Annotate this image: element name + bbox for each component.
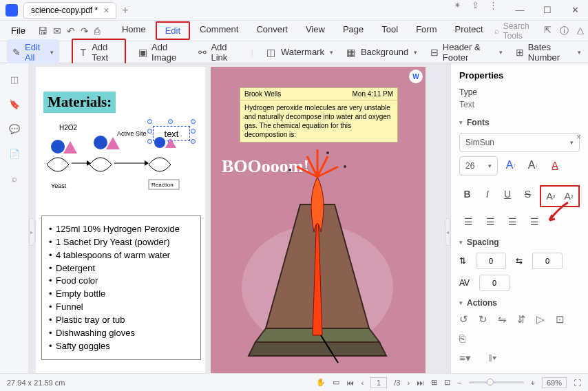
undo-icon[interactable]: ↶ [67, 25, 75, 36]
share-icon[interactable]: ⇪ [470, 0, 481, 11]
menu-edit[interactable]: Edit [156, 21, 190, 40]
align-left-icon[interactable]: ☰ [459, 213, 477, 231]
search-tools[interactable]: ⌕ Search Tools [494, 21, 532, 41]
replace-icon[interactable]: ⊡ [556, 313, 568, 326]
select-tool-icon[interactable]: ▭ [333, 378, 339, 387]
svg-text:H2O2: H2O2 [59, 124, 78, 131]
underline-icon[interactable]: U [500, 185, 516, 203]
thumbnails-icon[interactable]: ◫ [8, 73, 21, 85]
bookmarks-icon[interactable]: 🔖 [8, 98, 21, 110]
edit-all-button[interactable]: ✎ Edit All▾ [7, 39, 59, 65]
note-author: Brook Wells [244, 90, 281, 98]
save-icon[interactable]: 🖫 [38, 25, 48, 36]
document-tab[interactable]: science-copy.pdf * × [23, 2, 116, 19]
menu-view[interactable]: View [297, 21, 333, 40]
menu-home[interactable]: Home [114, 21, 154, 40]
flip-v-icon[interactable]: ⇵ [517, 313, 529, 326]
fit-page-icon[interactable]: ⊡ [444, 378, 450, 387]
add-text-button[interactable]: T Add Text [72, 39, 126, 66]
app-icon [6, 4, 18, 17]
font-family-select[interactable]: SimSun▾ [459, 133, 580, 152]
menu-convert[interactable]: Convert [248, 21, 296, 40]
spacing-section[interactable]: Spacing [459, 237, 580, 247]
left-panel-handle[interactable]: ▸ [29, 218, 34, 246]
svg-text:Reaction: Reaction [151, 182, 174, 188]
fullscreen-icon[interactable]: ⛶ [574, 379, 581, 387]
page-right: W Brook WellsMon 4:11 PM Hydrogen peroxi… [211, 67, 426, 373]
attachments-icon[interactable]: 📄 [8, 147, 21, 160]
zoom-slider[interactable] [469, 381, 524, 383]
ai-icon[interactable]: ✴ [452, 0, 463, 11]
right-panel-handle[interactable]: ◂ [445, 218, 450, 246]
comments-icon[interactable]: 💬 [8, 123, 21, 135]
increase-font-icon[interactable]: A↑ [502, 156, 520, 174]
font-color-icon[interactable]: A [546, 156, 564, 174]
word-export-icon[interactable]: W [409, 70, 423, 83]
actions-section[interactable]: Actions [459, 298, 580, 308]
menu-protect[interactable]: Protect [446, 21, 491, 40]
char-spacing-icon: AV [459, 278, 470, 288]
strikethrough-icon[interactable]: S [520, 185, 536, 203]
minimize-button[interactable]: — [507, 0, 533, 21]
first-page-icon[interactable]: ⏮ [346, 379, 354, 387]
search-panel-icon[interactable]: ⌕ [8, 172, 21, 184]
background-button[interactable]: ▦ Background▾ [346, 47, 417, 58]
crop-icon[interactable]: ▷ [536, 313, 549, 326]
line-spacing-input[interactable]: 0 [476, 253, 506, 269]
watermark-button[interactable]: ◫ Watermark▾ [266, 47, 333, 58]
menu-file[interactable]: File [4, 25, 32, 36]
arrange-icon[interactable]: ≡▾ [459, 352, 472, 364]
bold-icon[interactable]: B [459, 185, 475, 203]
maximize-button[interactable]: ☐ [534, 0, 560, 21]
decrease-font-icon[interactable]: A↓ [524, 156, 542, 174]
flip-h-icon[interactable]: ⇋ [498, 313, 510, 326]
zoom-in-icon[interactable]: + [531, 379, 535, 387]
align-center-icon[interactable]: ☰ [481, 213, 499, 231]
zoom-value[interactable]: 69% [542, 377, 567, 388]
para-spacing-input[interactable]: 0 [532, 253, 563, 269]
char-spacing-input[interactable]: 0 [479, 275, 510, 291]
rotate-left-icon[interactable]: ↺ [459, 313, 472, 326]
external-icon[interactable]: ⇱ [544, 25, 552, 37]
prev-page-icon[interactable]: ‹ [361, 379, 364, 387]
menu-tool[interactable]: Tool [373, 21, 406, 40]
page-input[interactable]: 1 [370, 377, 387, 388]
add-link-button[interactable]: ⚯ Add Link [198, 42, 239, 63]
add-image-button[interactable]: ▣ Add Image [138, 42, 186, 63]
align-right-icon[interactable]: ☰ [503, 213, 521, 231]
help-icon[interactable]: ⓘ [560, 25, 569, 37]
kebab-icon[interactable]: ⋮ [487, 0, 498, 11]
redo-icon[interactable]: ↷ [81, 25, 89, 36]
zoom-out-icon[interactable]: − [457, 379, 461, 387]
svg-point-17 [344, 165, 346, 168]
italic-icon[interactable]: I [479, 185, 495, 203]
subscript-icon[interactable]: A2 [560, 187, 578, 205]
next-page-icon[interactable]: › [407, 379, 410, 387]
hand-tool-icon[interactable]: ✋ [316, 378, 326, 387]
menu-comment[interactable]: Comment [191, 21, 246, 40]
new-tab-button[interactable]: + [122, 4, 128, 17]
close-tab-icon[interactable]: × [103, 5, 109, 16]
font-size-select[interactable]: 26▾ [459, 156, 498, 176]
materials-list: 125ml 10% Hydrogen Peroxide1 Sachet Dry … [41, 215, 201, 360]
mail-icon[interactable]: ✉ [53, 25, 61, 36]
bates-number-button[interactable]: ⊞ Bates Number▾ [515, 42, 581, 63]
person-icon[interactable]: △ [577, 25, 584, 37]
svg-text:Active Site: Active Site [117, 130, 147, 137]
document-canvas[interactable]: ▸ ◂ Materials: text H2O2 Active Site [29, 63, 450, 373]
menu-form[interactable]: Form [408, 21, 445, 40]
header-footer-button[interactable]: ⊟ Header & Footer▾ [430, 42, 503, 63]
menu-page[interactable]: Page [335, 21, 372, 40]
close-panel-icon[interactable]: × [576, 132, 581, 142]
align-icon[interactable]: ⦀▾ [488, 352, 501, 364]
align-justify-icon[interactable]: ☰ [525, 213, 543, 231]
rotate-right-icon[interactable]: ↻ [479, 313, 491, 326]
fonts-section[interactable]: Fonts [459, 118, 580, 127]
extract-icon[interactable]: ⎘ [459, 332, 472, 345]
last-page-icon[interactable]: ⏭ [417, 379, 424, 387]
superscript-icon[interactable]: A2 [542, 187, 560, 205]
close-window-button[interactable]: ✕ [562, 0, 588, 21]
comment-note[interactable]: Brook WellsMon 4:11 PM Hydrogen peroxide… [240, 87, 398, 142]
fit-width-icon[interactable]: ⊞ [431, 378, 437, 387]
print-icon[interactable]: ⎙ [94, 25, 100, 36]
